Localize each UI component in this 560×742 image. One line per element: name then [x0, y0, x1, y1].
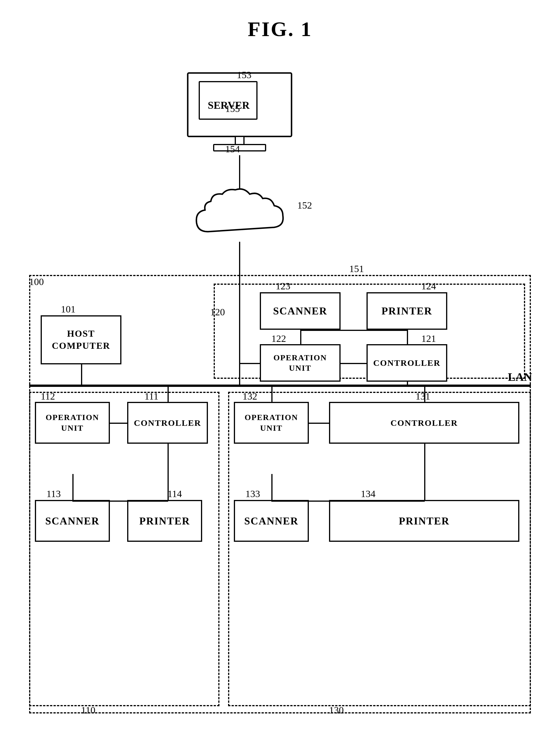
line-lan-ctrl130 — [424, 385, 425, 403]
line-printer-controller-v — [407, 330, 408, 344]
controller-120-box: CONTROLLER — [367, 344, 447, 382]
printer-130-box: PRINTER — [329, 500, 519, 542]
lan-bar — [29, 384, 531, 387]
ref-122: 122 — [271, 333, 286, 344]
printer-110-box: PRINTER — [127, 500, 202, 542]
line-scan110-up — [72, 474, 73, 501]
line-scan130-up — [271, 474, 273, 501]
ref-133: 133 — [245, 488, 260, 499]
operation-unit-110-box: OPERATION UNIT — [35, 402, 110, 444]
diagram: SERVER 153 155 154 152 151 100 LAN — [23, 53, 537, 731]
line-ctrl110-down — [168, 444, 169, 500]
scanner-110-box: SCANNER — [35, 500, 110, 542]
line-scan-print-h — [300, 330, 408, 331]
ref-151: 151 — [349, 263, 364, 274]
line-lan-opunit130-h — [239, 385, 271, 386]
line-opunit-controller-h — [341, 363, 367, 364]
line-ctrl130-down — [424, 444, 425, 500]
line-server-into-group — [239, 275, 240, 386]
line-s110-p110-h — [72, 500, 168, 502]
line-ctrl120-lan — [407, 382, 408, 385]
line-server-cloud — [239, 155, 240, 190]
line-opunit130-ctrl130 — [309, 423, 330, 424]
line-opunit110-ctrl110 — [110, 423, 128, 424]
scanner-120-box: SCANNER — [260, 292, 341, 330]
ref-134: 134 — [361, 488, 376, 499]
line-lan-opunit130-v — [271, 385, 273, 403]
figure-title: FIG. 1 — [23, 17, 537, 41]
ref-152: 152 — [297, 200, 312, 211]
controller-110-box: CONTROLLER — [127, 402, 208, 444]
ref-132: 132 — [242, 391, 257, 402]
operation-unit-120-box: OPERATION UNIT — [260, 344, 341, 382]
ref-131: 131 — [415, 391, 430, 402]
ref-113: 113 — [46, 488, 61, 499]
ref-121: 121 — [421, 333, 436, 344]
ref-110: 110 — [81, 705, 96, 716]
line-cloud-lan — [239, 242, 240, 276]
operation-unit-130-box: OPERATION UNIT — [234, 402, 309, 444]
line-lan-ctrl110 — [168, 385, 169, 403]
scanner-130-box: SCANNER — [234, 500, 309, 542]
line-host-lan — [81, 364, 82, 386]
ref-124: 124 — [421, 281, 436, 292]
host-computer-box: HOST COMPUTER — [41, 315, 121, 364]
ref-100: 100 — [29, 276, 44, 287]
ref-114: 114 — [168, 488, 182, 499]
controller-130-box: CONTROLLER — [329, 402, 519, 444]
ref-120: 120 — [210, 307, 225, 318]
ref-155: 155 — [225, 103, 240, 114]
ref-111: 111 — [145, 391, 158, 402]
ref-101: 101 — [61, 304, 75, 315]
printer-120-box: PRINTER — [367, 292, 447, 330]
ref-154: 154 — [225, 144, 240, 155]
cloud-shape — [190, 186, 291, 244]
line-s130-p130-h — [271, 500, 425, 502]
line-scanner-controller-v — [300, 330, 301, 344]
ref-112: 112 — [41, 391, 55, 402]
page: FIG. 1 SERVER 153 155 154 — [0, 0, 560, 742]
ref-123: 123 — [276, 281, 290, 292]
line-to-opunit-h — [239, 363, 261, 364]
ref-130: 130 — [329, 705, 344, 716]
ref-153: 153 — [237, 69, 251, 81]
